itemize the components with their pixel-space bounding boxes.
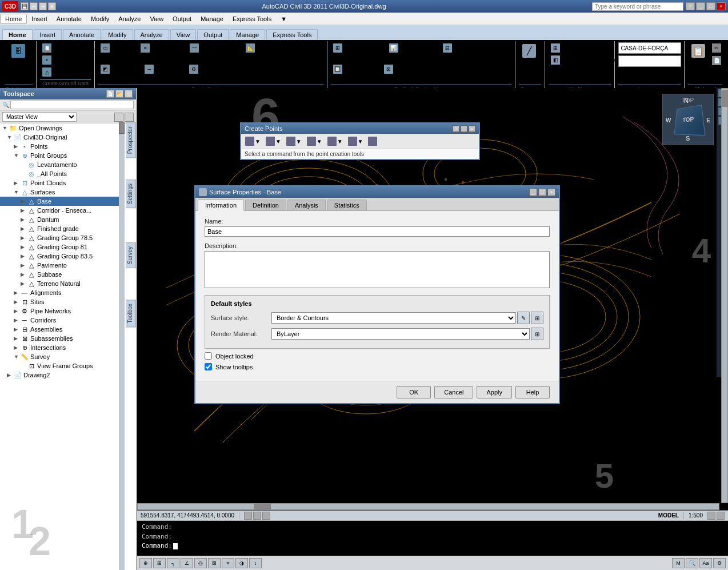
sp-tab-analysis[interactable]: Analysis bbox=[287, 200, 326, 210]
section-views-btn[interactable]: ⊠ Section Views ▼ bbox=[382, 63, 440, 75]
tree-grading-81[interactable]: ▶ △ Grading Group 81 bbox=[0, 242, 125, 252]
menu-view[interactable]: View bbox=[145, 14, 168, 23]
feature-line-btn[interactable]: 〰 Feature Line ▼ bbox=[187, 42, 242, 54]
cut-btn[interactable]: ✂ Cut bbox=[710, 42, 728, 54]
menu-express-tools[interactable]: Express Tools bbox=[228, 14, 276, 23]
pipe-networks-btn[interactable]: ⚙ Pipe Networks ▼ bbox=[187, 63, 246, 75]
bt-sel-cycle-btn[interactable]: ↕ bbox=[249, 558, 262, 568]
qat-more[interactable]: ▼ bbox=[48, 2, 56, 10]
sp-tab-information[interactable]: Information bbox=[198, 200, 244, 211]
maximize-btn[interactable]: □ bbox=[706, 2, 715, 10]
tree-drawing2[interactable]: ▶ 📄 Drawing2 bbox=[0, 370, 125, 380]
tree-sites[interactable]: ▶ ⊡ Sites bbox=[0, 297, 125, 306]
tree-civil3d-original[interactable]: ▼ 📄 Civil3D-Original bbox=[0, 133, 125, 142]
menu-analyze[interactable]: Analyze bbox=[114, 14, 145, 23]
sp-close-btn[interactable]: × bbox=[547, 188, 555, 196]
import-survey-btn[interactable]: 📋 Import Survey Data bbox=[40, 42, 105, 54]
tree-point-clouds[interactable]: ▶ ⊡ Point Clouds bbox=[0, 178, 125, 188]
tree-pipe-networks[interactable]: ▶ ⚙ Pipe Networks bbox=[0, 306, 125, 316]
sp-surface-style-edit-btn[interactable]: ✎ bbox=[517, 312, 530, 324]
snap-btn[interactable] bbox=[244, 512, 252, 520]
corridor-btn[interactable]: ─ Corridor ▼ bbox=[142, 63, 186, 75]
search-input[interactable] bbox=[592, 2, 683, 11]
sp-object-locked-checkbox[interactable] bbox=[205, 352, 212, 360]
tree-points[interactable]: ▶ • Points bbox=[0, 142, 125, 151]
bt-ortho-btn[interactable]: ┐ bbox=[167, 558, 179, 568]
menu-insert[interactable]: Insert bbox=[27, 14, 52, 23]
scroll-thumb[interactable] bbox=[119, 122, 125, 134]
settings-tab[interactable]: Settings bbox=[126, 180, 136, 208]
sp-render-material-browse-btn[interactable]: ⊞ bbox=[531, 328, 543, 340]
tree-assemblies[interactable]: ▶ ⊟ Assemblies bbox=[0, 325, 125, 334]
bt-otrack-btn[interactable]: ⊠ bbox=[208, 558, 221, 568]
paste-btn[interactable]: 📋 Paste bbox=[688, 42, 709, 66]
tab-modify[interactable]: Modify bbox=[102, 29, 133, 40]
sp-surface-style-browse-btn[interactable]: ⊞ bbox=[531, 312, 543, 324]
cp-btn-7[interactable] bbox=[366, 135, 379, 147]
cp-close-btn[interactable]: × bbox=[469, 125, 475, 132]
tree-survey[interactable]: ▼ 📏 Survey bbox=[0, 352, 125, 361]
copy-btn[interactable]: 📄 Copy bbox=[710, 55, 728, 66]
points-btn[interactable]: • Points ▼ bbox=[40, 54, 78, 66]
sp-minimize-btn[interactable]: _ bbox=[529, 188, 537, 196]
bt-snap-btn[interactable]: ⊕ bbox=[139, 558, 152, 568]
tab-view[interactable]: View bbox=[170, 29, 197, 40]
tree-root-open-drawings[interactable]: ▼ 📁 Open Drawings bbox=[0, 123, 125, 133]
menu-more[interactable]: ▼ bbox=[276, 14, 291, 23]
sp-render-material-select[interactable]: ByLayer bbox=[271, 328, 530, 340]
view-selector[interactable]: Master View bbox=[2, 112, 77, 122]
match-properties-btn[interactable]: ⊞ Match Properties bbox=[549, 42, 607, 54]
tree-grading-785[interactable]: ▶ △ Grading Group 78.5 bbox=[0, 233, 125, 242]
tree-finished-grade[interactable]: ▶ △ Finished grade bbox=[0, 224, 125, 233]
prospector-tab[interactable]: Prospector bbox=[126, 122, 136, 158]
help-btn[interactable]: ? bbox=[686, 2, 695, 10]
tab-analyze[interactable]: Analyze bbox=[134, 29, 169, 40]
lock-btn[interactable] bbox=[717, 512, 725, 520]
cp-btn-5[interactable]: ▼ bbox=[326, 135, 345, 147]
menu-manage[interactable]: Manage bbox=[196, 14, 228, 23]
tree-corridors[interactable]: ▶ ─ Corridors bbox=[0, 316, 125, 325]
bt-annotation-btn[interactable]: Aa bbox=[699, 558, 712, 568]
sp-ok-btn[interactable]: OK bbox=[397, 386, 431, 398]
menu-output[interactable]: Output bbox=[168, 14, 196, 23]
close-btn[interactable]: × bbox=[717, 2, 726, 10]
bt-model-btn[interactable]: M bbox=[672, 558, 685, 568]
sample-lines-btn[interactable]: 🔲 Sample Lines bbox=[331, 63, 381, 75]
cp-btn-1[interactable]: ▼ bbox=[243, 135, 262, 147]
layer-selector[interactable]: CASA-DE-FORÇA bbox=[618, 42, 681, 54]
v-scrollbar[interactable] bbox=[721, 88, 728, 503]
ortho-btn[interactable] bbox=[262, 512, 270, 520]
settings-bottom-btn[interactable] bbox=[707, 512, 715, 520]
toolspace-btn[interactable]: 🗄 Toolspace bbox=[5, 42, 33, 66]
tree-grading-835[interactable]: ▶ △ Grading Group 83.5 bbox=[0, 252, 125, 261]
cp-btn-6[interactable]: ▼ bbox=[346, 135, 365, 147]
tree-view-frame-groups[interactable]: ⊡ View Frame Groups bbox=[0, 361, 125, 370]
alignment-btn[interactable]: ≡ Alignment ▼ bbox=[138, 42, 186, 54]
draw-btn[interactable]: ╱ Draw bbox=[519, 42, 539, 66]
profile-view-btn[interactable]: 📊 Profile View ▼ bbox=[387, 42, 439, 54]
open-drawing-btn[interactable]: 📂 bbox=[115, 90, 123, 98]
menu-annotate[interactable]: Annotate bbox=[52, 14, 86, 23]
cp-minimize-btn[interactable]: _ bbox=[461, 125, 467, 132]
sp-help-btn[interactable]: Help bbox=[515, 386, 550, 398]
layer-state-btn[interactable]: ◧ Unsaved Layer State ▼ bbox=[549, 54, 625, 66]
tree-subbase[interactable]: ▶ △ Subbase bbox=[0, 270, 125, 279]
sp-show-tooltips-checkbox[interactable] bbox=[205, 363, 212, 370]
bt-transparency-btn[interactable]: ◑ bbox=[235, 558, 248, 568]
sp-tab-statistics[interactable]: Statistics bbox=[327, 200, 367, 210]
h-scroll-thumb[interactable] bbox=[254, 504, 271, 509]
surfaces-btn[interactable]: △ Surfaces ▼ bbox=[40, 66, 85, 78]
save-btn[interactable]: 💾 bbox=[21, 2, 29, 10]
bt-workspace-btn[interactable]: ⚙ bbox=[713, 558, 726, 568]
toolbox-tab[interactable]: Toolbox bbox=[126, 300, 136, 327]
toolbar-icon-2[interactable] bbox=[125, 113, 134, 122]
profile-btn[interactable]: 📐 Profile ▼ bbox=[243, 42, 282, 54]
cp-btn-2[interactable]: ▼ bbox=[264, 135, 283, 147]
bt-lineweight-btn[interactable]: ≡ bbox=[222, 558, 234, 568]
bt-zoom-btn[interactable]: 🔍 bbox=[686, 558, 698, 568]
toolspace-search-input[interactable] bbox=[10, 101, 134, 109]
redo-btn[interactable]: ↪ bbox=[39, 2, 47, 10]
grid-btn[interactable] bbox=[253, 512, 261, 520]
tab-output[interactable]: Output bbox=[197, 29, 229, 40]
tree-dantum[interactable]: ▶ △ Dantum bbox=[0, 215, 125, 224]
